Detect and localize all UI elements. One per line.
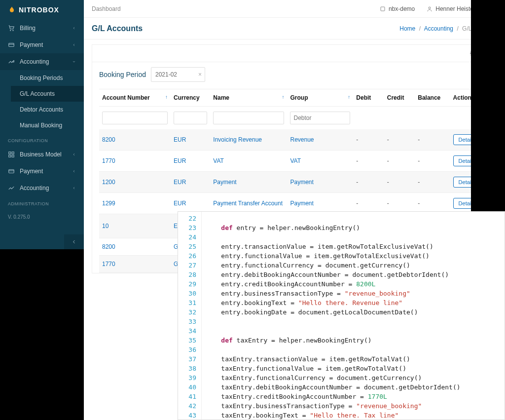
- cell-balance: -: [415, 172, 450, 193]
- col-balance[interactable]: Balance: [415, 89, 450, 107]
- chevron-left-icon: [72, 26, 76, 30]
- filter-group[interactable]: [290, 112, 350, 124]
- page-header: G/L Accounts Home / Accounting / G/L Acc…: [84, 18, 505, 39]
- col-account-number[interactable]: Account Number↑: [99, 89, 171, 107]
- cell-name[interactable]: Invoicing Revenue: [210, 129, 287, 151]
- breadcrumb-root[interactable]: Dashboard: [92, 5, 380, 12]
- sidebar-item-billing[interactable]: Billing: [0, 20, 84, 37]
- cell-debit: -: [353, 172, 384, 193]
- cell-currency[interactable]: EUR: [171, 129, 210, 151]
- sidebar-subnav-accounting: Booking Periods G/L Accounts Debtor Acco…: [0, 70, 84, 133]
- sidebar-item-cfg-accounting[interactable]: Accounting: [0, 180, 84, 196]
- breadcrumb-home[interactable]: Home: [399, 25, 415, 32]
- booking-period-value: 2021-02: [155, 71, 177, 78]
- chevron-left-icon: [72, 153, 76, 156]
- breadcrumb-accounting[interactable]: Accounting: [424, 25, 453, 32]
- cell-account-number[interactable]: 10: [99, 214, 171, 238]
- code-gutter: 22 23 24 25 26 27 28 29 30 31 32 33 34 3…: [178, 212, 202, 420]
- booking-period-row: Booking Period 2021-02 ×: [99, 67, 490, 82]
- table-row: 1200EURPaymentPayment---Details: [99, 172, 490, 193]
- table-row: 8200EURInvoicing RevenueRevenue---Detail…: [99, 129, 490, 151]
- sidebar-label: Debtor Accounts: [20, 106, 76, 113]
- chevron-left-icon: [72, 186, 76, 190]
- sidebar-label: Business Model: [20, 151, 72, 158]
- filter-account-number[interactable]: [102, 112, 168, 124]
- logo-text: NITROBOX: [19, 6, 59, 14]
- col-currency[interactable]: Currency: [171, 89, 210, 107]
- cell-group[interactable]: VAT: [287, 151, 353, 172]
- svg-rect-6: [12, 155, 14, 157]
- svg-point-1: [13, 30, 13, 31]
- cell-group[interactable]: Payment: [287, 172, 353, 193]
- sidebar-item-manual-booking[interactable]: Manual Booking: [11, 117, 84, 133]
- svg-rect-4: [12, 152, 14, 154]
- sidebar-item-payment[interactable]: Payment: [0, 37, 84, 53]
- chart-icon: [8, 185, 15, 191]
- booking-period-input[interactable]: 2021-02 ×: [151, 67, 205, 82]
- page-title: G/L Accounts: [92, 24, 143, 33]
- tenant-icon: [380, 6, 386, 12]
- col-debit[interactable]: Debit: [353, 89, 384, 107]
- blackout-area: [0, 249, 84, 420]
- blackout-area: [471, 0, 505, 211]
- sort-asc-icon: ↑: [165, 94, 168, 100]
- svg-rect-2: [9, 43, 14, 47]
- table-filter-row: [99, 107, 490, 130]
- cell-credit: -: [384, 172, 415, 193]
- cart-icon: [8, 25, 15, 32]
- svg-rect-7: [9, 170, 14, 173]
- cell-balance: -: [415, 151, 450, 172]
- sidebar-item-gl-accounts[interactable]: G/L Accounts: [11, 86, 84, 102]
- sidebar-label: Payment: [20, 168, 72, 175]
- cell-account-number[interactable]: 8200: [99, 129, 171, 151]
- chevron-left-icon: [72, 169, 76, 173]
- sidebar-collapse-button[interactable]: [64, 234, 84, 249]
- chart-icon: [8, 58, 15, 65]
- cell-account-number[interactable]: 1770: [99, 256, 171, 273]
- filter-currency[interactable]: [174, 112, 207, 124]
- cell-account-number[interactable]: 8200: [99, 238, 171, 256]
- svg-rect-8: [381, 7, 385, 11]
- sidebar-section-administration: ADMINISTRATION: [0, 196, 84, 209]
- cell-credit: -: [384, 129, 415, 151]
- cell-group[interactable]: Revenue: [287, 129, 353, 151]
- chevron-down-icon: [72, 60, 76, 64]
- sidebar-item-accounting[interactable]: Accounting: [0, 53, 84, 70]
- col-credit[interactable]: Credit: [384, 89, 415, 107]
- sidebar-item-business-model[interactable]: Business Model: [0, 146, 84, 163]
- sidebar-item-cfg-payment[interactable]: Payment: [0, 163, 84, 180]
- chevron-left-icon: [71, 239, 77, 245]
- code-content[interactable]: def entry = helper.newBookingEntry() ent…: [202, 212, 505, 420]
- cell-credit: -: [384, 151, 415, 172]
- sidebar-label-accounting: Accounting: [20, 58, 72, 65]
- sidebar-label: G/L Accounts: [20, 90, 76, 97]
- cell-balance: -: [415, 129, 450, 151]
- cell-debit: -: [353, 151, 384, 172]
- card-icon: [8, 168, 15, 175]
- sidebar-label: Accounting: [20, 185, 72, 191]
- svg-rect-3: [9, 152, 11, 154]
- cell-name[interactable]: Payment: [210, 172, 287, 193]
- cell-name[interactable]: VAT: [210, 151, 287, 172]
- cell-account-number[interactable]: 1299: [99, 193, 171, 214]
- cell-currency[interactable]: EUR: [171, 172, 210, 193]
- sidebar-label-billing: Billing: [20, 25, 72, 32]
- booking-period-label: Booking Period: [99, 71, 146, 78]
- col-name[interactable]: Name↑: [210, 89, 287, 107]
- sidebar-label: Manual Booking: [20, 122, 76, 129]
- cell-account-number[interactable]: 1770: [99, 151, 171, 172]
- logo: NITROBOX: [0, 0, 84, 20]
- clear-icon[interactable]: ×: [198, 71, 202, 78]
- cell-currency[interactable]: EUR: [171, 151, 210, 172]
- tenant-selector[interactable]: nbx-demo: [380, 5, 415, 12]
- col-group[interactable]: Group↑: [287, 89, 353, 107]
- grid-icon: [8, 151, 15, 158]
- topbar: Dashboard nbx-demo Henner Heistermann: [84, 0, 505, 18]
- sidebar-item-debtor-accounts[interactable]: Debtor Accounts: [11, 102, 84, 117]
- tenant-label: nbx-demo: [389, 5, 415, 12]
- cell-account-number[interactable]: 1200: [99, 172, 171, 193]
- sidebar-item-booking-periods[interactable]: Booking Periods: [11, 70, 84, 86]
- sidebar-label: Booking Periods: [20, 75, 76, 81]
- filter-name[interactable]: [213, 112, 284, 124]
- sort-asc-icon: ↑: [282, 94, 284, 100]
